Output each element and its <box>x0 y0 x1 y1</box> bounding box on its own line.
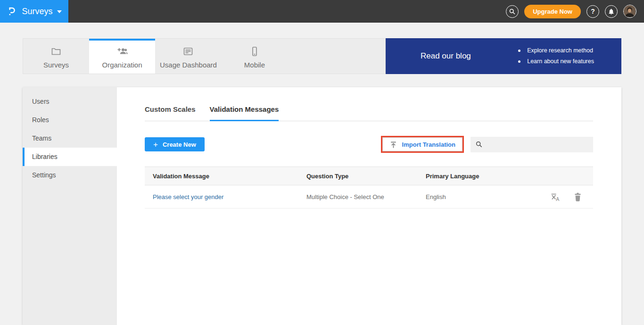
blog-bullet-list: Explore research method Learn about new … <box>518 45 594 67</box>
nav-tab-label: Mobile <box>244 61 265 69</box>
blog-banner[interactable]: Read our blog Explore research method Le… <box>386 38 621 74</box>
nav-tab-label: Surveys <box>43 61 69 69</box>
translate-icon[interactable]: A <box>550 192 561 202</box>
sidebar: Users Roles Teams Libraries Settings <box>23 87 117 325</box>
bullet-dot <box>518 50 520 52</box>
sidebar-item-teams[interactable]: Teams <box>23 129 117 148</box>
avatar[interactable] <box>623 5 636 18</box>
upgrade-now-button[interactable]: Upgrade Now <box>524 5 581 18</box>
search-input[interactable] <box>487 137 593 152</box>
bullet-dot <box>518 60 520 63</box>
header-primary-language: Primary Language <box>426 173 515 180</box>
tab-validation-messages[interactable]: Validation Messages <box>210 105 279 121</box>
nav-tab-usage-dashboard[interactable]: Usage Dashboard <box>155 39 222 74</box>
bell-icon <box>608 8 615 15</box>
folder-icon <box>50 46 62 57</box>
question-type-cell: Multiple Choice - Select One <box>306 193 426 200</box>
upload-icon <box>389 141 397 149</box>
topbar-actions: Upgrade Now ? <box>506 5 644 18</box>
sidebar-item-roles[interactable]: Roles <box>23 111 117 129</box>
header-validation-message: Validation Message <box>145 173 306 180</box>
search-icon <box>509 8 516 15</box>
sidebar-item-users[interactable]: Users <box>23 92 117 111</box>
dashboard-icon <box>182 46 194 57</box>
tab-custom-scales[interactable]: Custom Scales <box>145 105 196 121</box>
plus-icon: + <box>153 141 158 149</box>
group-add-icon <box>116 46 129 57</box>
sidebar-item-settings[interactable]: Settings <box>23 166 117 184</box>
create-new-button[interactable]: + Create New <box>145 137 205 151</box>
blog-bullet: Explore research method <box>518 45 594 56</box>
highlight-annotation: Import Translation <box>381 136 464 153</box>
secondary-nav: Surveys Organization <box>23 38 621 74</box>
search-icon <box>475 141 483 148</box>
nav-tab-organization[interactable]: Organization <box>89 39 155 74</box>
header-question-type: Question Type <box>306 173 426 180</box>
library-tabs: Custom Scales Validation Messages <box>145 105 593 121</box>
primary-language-cell: English <box>426 193 515 200</box>
blog-title[interactable]: Read our blog <box>421 51 471 61</box>
delete-icon[interactable] <box>574 192 582 201</box>
mobile-icon <box>249 46 260 57</box>
search-box[interactable] <box>471 137 593 152</box>
search-button[interactable] <box>506 5 519 18</box>
chevron-down-icon <box>57 10 62 13</box>
topbar: Surveys Upgrade Now ? <box>0 0 644 23</box>
nav-tab-mobile[interactable]: Mobile <box>222 39 288 74</box>
table-row: Please select your gender Multiple Choic… <box>145 185 593 208</box>
content-area: Custom Scales Validation Messages + Crea… <box>117 87 621 325</box>
notifications-button[interactable] <box>605 5 618 18</box>
help-button[interactable]: ? <box>586 5 599 18</box>
import-translation-button[interactable]: Import Translation <box>382 137 462 151</box>
workspace-tabs: Surveys Organization <box>23 38 386 74</box>
blog-bullet: Learn about new features <box>518 56 594 67</box>
table-header-row: Validation Message Question Type Primary… <box>145 167 593 185</box>
app-menu-label: Surveys <box>22 7 52 17</box>
svg-text:A: A <box>556 196 560 201</box>
validation-message-link[interactable]: Please select your gender <box>153 193 223 200</box>
nav-tab-surveys[interactable]: Surveys <box>23 39 89 74</box>
help-icon: ? <box>591 8 595 15</box>
questionpro-logo-icon <box>7 6 17 17</box>
nav-tab-label: Usage Dashboard <box>160 61 217 69</box>
toolbar: + Create New Import Translation <box>145 136 593 153</box>
sidebar-item-libraries[interactable]: Libraries <box>23 148 117 166</box>
main-panel: Users Roles Teams Libraries Settings Cus… <box>23 87 621 325</box>
validation-messages-table: Validation Message Question Type Primary… <box>145 167 593 208</box>
nav-tab-label: Organization <box>102 61 142 69</box>
app-menu[interactable]: Surveys <box>0 0 68 23</box>
